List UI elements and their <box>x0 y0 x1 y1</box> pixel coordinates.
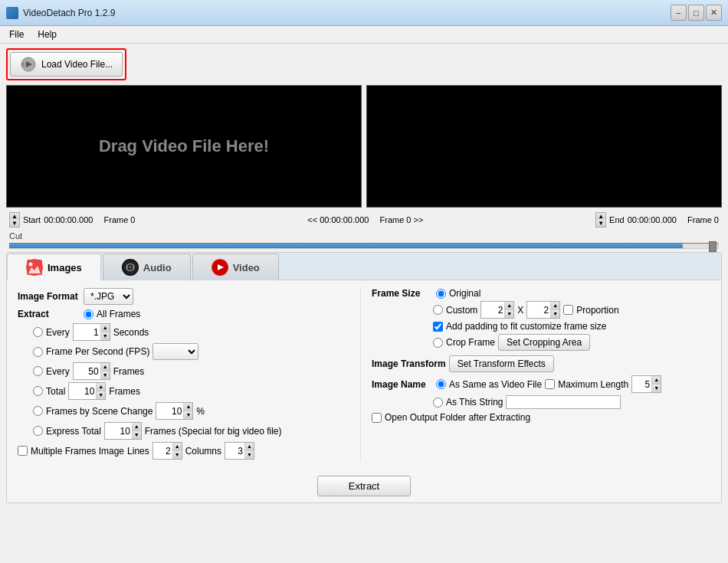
timeline-fill <box>10 244 683 248</box>
video-panels: Drag Video File Here! <box>6 85 722 208</box>
right-column: Frame Size Original Custom ▲ <box>367 288 710 462</box>
custom-w-spinbox[interactable]: ▲ ▼ <box>480 301 514 319</box>
video-panel-right <box>366 85 722 208</box>
fps-select[interactable] <box>152 343 198 360</box>
start-time: 00:00:00.000 <box>44 215 93 224</box>
end-spinbox[interactable]: ▲ ▼ <box>595 212 606 227</box>
radio-as-same[interactable]: As Same as Video File <box>436 379 542 390</box>
svg-rect-2 <box>21 63 25 66</box>
timeline-thumb[interactable] <box>709 241 717 252</box>
as-string-label: As This String <box>446 397 503 408</box>
set-crop-button[interactable]: Set Cropping Area <box>498 334 590 351</box>
radio-fps[interactable] <box>33 347 43 357</box>
custom-row: Custom ▲ ▼ X ▲ ▼ <box>433 301 710 319</box>
images-tab-icon <box>26 259 43 276</box>
seconds-spinbox[interactable]: ▲ ▼ <box>73 323 110 341</box>
columns-spinbox[interactable]: ▲ ▼ <box>225 442 254 460</box>
video-tab-icon <box>212 259 228 276</box>
app-icon <box>6 7 18 19</box>
every-seconds-row: Every ▲ ▼ Seconds <box>33 323 353 341</box>
minimize-button[interactable]: − <box>671 5 687 21</box>
custom-w-input[interactable] <box>481 304 504 316</box>
start-frame: Frame 0 <box>104 215 136 224</box>
radio-total[interactable] <box>33 386 43 396</box>
extract-label-row: Extract All Frames <box>18 309 353 319</box>
max-length-check[interactable]: Maximum Length <box>545 379 628 390</box>
scene-spinbox[interactable]: ▲ ▼ <box>156 402 193 420</box>
radio-every-seconds[interactable] <box>33 327 43 337</box>
timeline-bar: ▲ ▼ Start 00:00:00.000 Frame 0 << 00:00:… <box>6 211 722 229</box>
timeline-track[interactable] <box>9 243 719 249</box>
main-content: Load Video File... Drag Video File Here!… <box>0 44 728 508</box>
window-controls: − □ ✕ <box>671 5 722 21</box>
seconds-label: Seconds <box>113 327 149 338</box>
radio-scene-change[interactable] <box>33 406 43 416</box>
radio-as-string[interactable]: As This String <box>433 397 503 408</box>
radio-every-frames[interactable] <box>33 366 43 376</box>
radio-crop-frame[interactable]: Crop Frame <box>433 337 495 348</box>
middle-section: << 00:00:00.000 Frame 0 >> <box>307 215 423 224</box>
set-transform-button[interactable]: Set Transform Effects <box>449 355 554 372</box>
tab-audio[interactable]: Audio <box>103 254 191 280</box>
total-input[interactable] <box>69 385 96 398</box>
start-spinbox[interactable]: ▲ ▼ <box>9 212 20 227</box>
multiple-frames-row: Multiple Frames Image Lines ▲ ▼ Columns <box>18 442 353 460</box>
drag-text: Drag Video File Here! <box>99 136 269 156</box>
every-frames-input[interactable] <box>74 365 100 378</box>
proportion-check[interactable]: Proportion <box>563 305 618 316</box>
lines-spinbox[interactable]: ▲ ▼ <box>152 442 182 460</box>
radio-original[interactable]: Original <box>436 288 480 299</box>
express-input[interactable] <box>105 425 132 437</box>
maximize-button[interactable]: □ <box>688 5 704 21</box>
audio-tab-icon <box>122 259 139 276</box>
image-name-label: Image Name <box>372 379 433 390</box>
express-spinbox[interactable]: ▲ ▼ <box>104 422 142 440</box>
lines-input[interactable] <box>153 445 172 457</box>
open-output-checkbox[interactable]: Open Output Folder after Extracting <box>372 412 530 423</box>
custom-h-spinbox[interactable]: ▲ ▼ <box>526 301 560 319</box>
close-button[interactable]: ✕ <box>706 5 722 21</box>
extract-button[interactable]: Extract <box>317 476 411 496</box>
every-frames-row: Every ▲ ▼ Frames <box>33 362 353 380</box>
tab-images[interactable]: Images <box>7 254 101 280</box>
padding-checkbox[interactable]: Add padding to fit customize frame size <box>433 321 606 332</box>
open-output-row: Open Output Folder after Extracting <box>372 412 710 423</box>
max-length-input[interactable] <box>632 378 651 391</box>
columns-input[interactable] <box>225 445 244 457</box>
fps-row: Frame Per Second (FPS) <box>33 343 353 360</box>
tab-video-label: Video <box>233 262 260 273</box>
proportion-label: Proportion <box>576 305 618 316</box>
seconds-input[interactable] <box>74 326 100 339</box>
start-section: ▲ ▼ Start 00:00:00.000 Frame 0 <box>9 212 135 227</box>
menu-file[interactable]: File <box>3 28 30 41</box>
multiple-frames-checkbox[interactable] <box>18 446 28 456</box>
padding-label: Add padding to fit customize frame size <box>446 321 606 332</box>
radio-custom[interactable]: Custom <box>433 305 477 316</box>
max-length-spinbox[interactable]: ▲ ▼ <box>631 375 661 393</box>
app-title: VideoDetach Pro 1.2.9 <box>23 8 116 18</box>
frames-spinbox[interactable]: ▲ ▼ <box>73 362 110 380</box>
open-output-label: Open Output Folder after Extracting <box>385 412 530 423</box>
total-spinbox[interactable]: ▲ ▼ <box>68 382 106 400</box>
image-format-select[interactable]: *.JPG *.PNG *.BMP <box>84 288 133 305</box>
scene-input[interactable] <box>156 405 183 417</box>
custom-h-input[interactable] <box>527 304 550 316</box>
radio-all-frames[interactable]: All Frames <box>84 309 140 319</box>
as-string-row: As This String <box>433 395 710 409</box>
menu-bar: File Help <box>0 26 728 44</box>
as-string-input[interactable] <box>506 395 621 409</box>
end-time: 00:00:00.000 <box>628 215 677 224</box>
frame-size-row: Frame Size Original <box>372 288 710 299</box>
load-button-wrapper: Load Video File... <box>6 48 126 80</box>
extract-label: Extract <box>18 309 79 319</box>
radio-express-total[interactable] <box>33 426 43 436</box>
tab-images-label: Images <box>48 262 82 273</box>
express-total-row: Express Total ▲ ▼ Frames (Special for bi… <box>33 422 353 440</box>
image-format-row: Image Format *.JPG *.PNG *.BMP <box>18 288 353 305</box>
menu-help[interactable]: Help <box>31 28 63 41</box>
tab-video[interactable]: Video <box>192 254 279 280</box>
scene-change-row: Frames by Scene Change ▲ ▼ % <box>33 402 353 420</box>
load-video-button[interactable]: Load Video File... <box>10 52 123 77</box>
end-frame: Frame 0 <box>687 215 719 224</box>
x-separator: X <box>517 305 523 316</box>
